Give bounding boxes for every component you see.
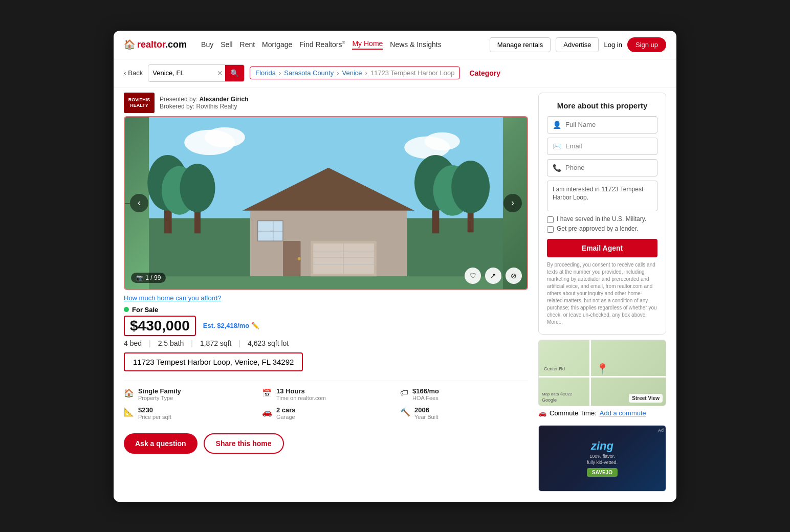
property-image-container[interactable]: ‹ › 📷 1 / 99 ♡ ↗ ⊘ Image URL — bbox=[124, 116, 528, 290]
breadcrumb-sep-3: › bbox=[365, 69, 367, 77]
search-submit-button[interactable]: 🔍 bbox=[225, 64, 244, 82]
nav-my-home[interactable]: My Home bbox=[352, 39, 383, 50]
full-name-input[interactable] bbox=[565, 121, 652, 128]
breadcrumb-sep-2: › bbox=[337, 69, 339, 77]
search-bar-row: ‹ Back ✕ 🔍 Florida › Sarasota County › V… bbox=[114, 59, 676, 87]
search-input[interactable] bbox=[148, 69, 215, 77]
svg-point-3 bbox=[205, 127, 245, 147]
property-address: 11723 Tempest Harbor Loop, Venice, FL 34… bbox=[124, 352, 303, 371]
back-button[interactable]: ‹ Back bbox=[124, 69, 143, 77]
advertisement: Ad zing 100% flavor. fully kid-vetted. S… bbox=[538, 425, 666, 492]
price-sqft-sub: Price per sqft bbox=[138, 414, 171, 420]
hoa-icon: 🏷 bbox=[400, 388, 408, 397]
share-home-button[interactable]: Share this home bbox=[204, 433, 284, 454]
military-label: I have served in the U.S. Military. bbox=[557, 215, 646, 223]
clear-search-button[interactable]: ✕ bbox=[215, 69, 225, 77]
ad-tagline2: fully kid-vetted. bbox=[587, 460, 618, 465]
nav-find-realtors[interactable]: Find Realtors® bbox=[299, 40, 345, 49]
breadcrumb-sarasota[interactable]: Sarasota County bbox=[284, 69, 334, 77]
ask-question-button[interactable]: Ask a question bbox=[124, 433, 198, 454]
military-checkbox[interactable] bbox=[547, 216, 554, 223]
add-commute-link[interactable]: Add a commute bbox=[600, 409, 646, 417]
person-icon: 👤 bbox=[553, 121, 561, 129]
monthly-value: $2,418/mo bbox=[217, 322, 249, 329]
for-sale-indicator bbox=[124, 307, 129, 312]
prev-image-button[interactable]: ‹ bbox=[130, 194, 148, 212]
time-on-market-detail: 📅 13 Hours Time on realtor.com bbox=[262, 387, 390, 401]
year-built-label: 2006 bbox=[414, 406, 438, 414]
build-icon: 🔨 bbox=[400, 407, 410, 417]
more-button[interactable]: ⊘ bbox=[506, 268, 522, 284]
for-sale-label: For Sale bbox=[132, 306, 158, 314]
breadcrumb-florida[interactable]: Florida bbox=[255, 69, 276, 77]
time-sub: Time on realtor.com bbox=[276, 395, 326, 401]
property-type-detail: 🏠 Single Family Property Type bbox=[124, 387, 252, 401]
login-btn[interactable]: Log in bbox=[604, 41, 622, 49]
nav-buy[interactable]: Buy bbox=[201, 40, 213, 49]
sqft: 1,872 sqft bbox=[200, 339, 232, 347]
map-data-label: Map data ©2022 bbox=[542, 392, 572, 396]
hoa-sub: HOA Fees bbox=[412, 395, 439, 401]
price-row: $430,000 Est. $2,418/mo ✏️ bbox=[124, 316, 528, 336]
share-image-button[interactable]: ↗ bbox=[485, 268, 501, 284]
property-type-label: Single Family bbox=[138, 387, 181, 395]
afford-link[interactable]: How much home can you afford? bbox=[124, 290, 528, 304]
lender-checkbox[interactable] bbox=[547, 226, 554, 233]
photo-count-label: 1 / 99 bbox=[145, 274, 161, 281]
email-agent-button[interactable]: Email Agent bbox=[547, 239, 657, 257]
phone-field-wrap[interactable]: 📞 bbox=[547, 159, 657, 176]
ad-label: Ad bbox=[658, 428, 664, 433]
nav-links: Buy Sell Rent Mortgage Find Realtors® My… bbox=[201, 39, 442, 50]
map-pin: 📍 bbox=[596, 363, 609, 375]
nav-mortgage[interactable]: Mortgage bbox=[262, 40, 292, 49]
brokered-by-label: Brokered by: bbox=[160, 103, 194, 110]
main-nav: 🏠 realtor.com Buy Sell Rent Mortgage Fin… bbox=[114, 31, 676, 59]
email-input[interactable] bbox=[565, 142, 652, 150]
map-background: Center Rd 📍 Street View Google Map data … bbox=[539, 340, 666, 406]
commute-label: Commute Time: bbox=[550, 409, 597, 417]
svg-point-28 bbox=[451, 160, 490, 213]
right-column: More about this property 👤 ✉️ 📞 I am int… bbox=[538, 87, 666, 492]
price-per-sqft-detail: 📐 $230 Price per sqft bbox=[124, 406, 252, 420]
advertise-btn[interactable]: Advertise bbox=[556, 37, 599, 52]
map-road-horizontal bbox=[539, 376, 666, 378]
property-image bbox=[125, 117, 527, 289]
map-road-label: Center Rd bbox=[544, 366, 565, 371]
svg-point-10 bbox=[180, 163, 215, 212]
nav-news[interactable]: News & Insights bbox=[390, 40, 441, 49]
email-field-wrap[interactable]: ✉️ bbox=[547, 138, 657, 155]
search-input-wrap: ✕ 🔍 bbox=[148, 64, 245, 82]
for-sale-badge: For Sale bbox=[124, 306, 528, 314]
next-image-button[interactable]: › bbox=[503, 194, 522, 212]
estimated-monthly: Est. $2,418/mo ✏️ bbox=[203, 322, 259, 329]
nav-rent[interactable]: Rent bbox=[240, 40, 255, 49]
signup-btn[interactable]: Sign up bbox=[627, 37, 666, 52]
nav-sell[interactable]: Sell bbox=[221, 40, 232, 49]
ad-cta[interactable]: SAVEJO bbox=[587, 468, 618, 477]
back-label: Back bbox=[128, 69, 143, 77]
breadcrumb-venice[interactable]: Venice bbox=[342, 69, 362, 77]
manage-rentals-btn[interactable]: Manage rentals bbox=[490, 37, 551, 52]
phone-icon: 📞 bbox=[553, 164, 561, 172]
logo[interactable]: 🏠 realtor.com bbox=[124, 39, 187, 50]
ad-brand: zing bbox=[591, 439, 613, 453]
street-view-button[interactable]: Street View bbox=[629, 394, 663, 403]
full-name-field[interactable]: 👤 bbox=[547, 116, 657, 134]
edit-icon[interactable]: ✏️ bbox=[251, 322, 259, 329]
category-annotation: Category bbox=[469, 69, 500, 77]
year-built-detail: 🔨 2006 Year Built bbox=[400, 406, 528, 420]
main-content: ROVITHISREALTY Presented by: Alexander G… bbox=[114, 87, 676, 502]
agent-name: Alexander Girich bbox=[199, 96, 248, 103]
favorite-button[interactable]: ♡ bbox=[465, 268, 481, 284]
phone-input[interactable] bbox=[565, 164, 652, 171]
address-section: Title 11723 Tempest Harbor Loop, Venice,… bbox=[124, 350, 528, 373]
hoa-label: $166/mo bbox=[412, 387, 439, 395]
home-icon: 🏠 bbox=[124, 388, 134, 398]
property-map[interactable]: Center Rd 📍 Street View Google Map data … bbox=[538, 340, 666, 406]
logo-text: realtor.com bbox=[137, 39, 187, 50]
garage-detail: 🚗 2 cars Garage bbox=[262, 406, 390, 420]
image-actions: ♡ ↗ ⊘ bbox=[465, 268, 522, 284]
camera-icon: 📷 bbox=[136, 274, 144, 281]
military-checkbox-row: I have served in the U.S. Military. bbox=[547, 215, 657, 223]
svg-point-23 bbox=[298, 257, 301, 260]
